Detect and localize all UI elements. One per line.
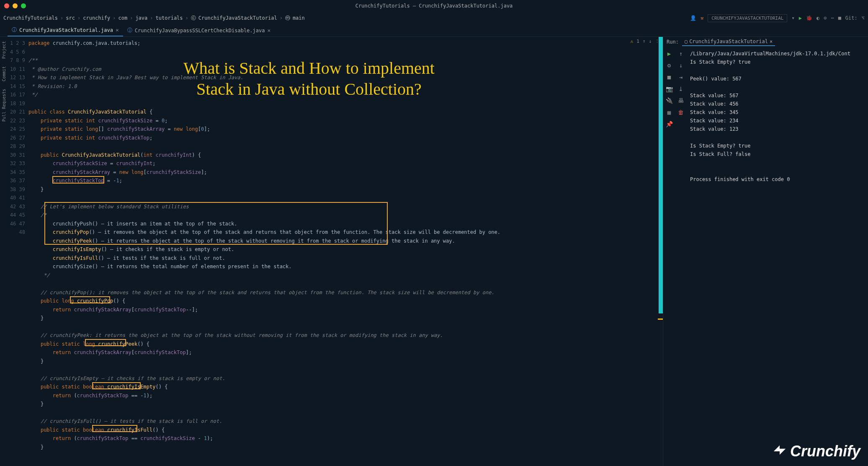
commit-tool[interactable]: Commit [2, 66, 6, 81]
scrollbar-warning-mark[interactable] [658, 318, 663, 320]
tab-label: CrunchifyJavaStackTutorial.java [19, 27, 113, 33]
class-icon: ⓒ [191, 15, 196, 22]
git-label: Git: [845, 15, 858, 21]
left-tool-rail: Project Commit Pull Requests [0, 37, 8, 466]
tab-ssl-bypass[interactable]: ⓙ CrunchifyJavaBypassSSLCertCheckDisable… [123, 25, 275, 36]
tab-label: CrunchifyJavaBypassSSLCertCheckDisable.j… [135, 28, 265, 34]
run-config-icon: ▢ [685, 39, 688, 44]
profile-button[interactable]: ⊙ [824, 15, 827, 21]
logo-text: Crunchify [790, 443, 860, 460]
git-branch-icon[interactable]: ⌥ [862, 15, 865, 21]
breadcrumb-item[interactable]: java [135, 15, 147, 21]
layout-icon[interactable]: ▦ [667, 109, 671, 116]
overlay-title: What is Stack and How to implement Stack… [183, 58, 435, 100]
stop-run-button[interactable]: ■ [667, 74, 671, 80]
minimize-window-button[interactable] [13, 3, 18, 8]
run-panel-header: Run: ▢ CrunchifyJavaStackTutorial × [663, 37, 868, 47]
maximize-window-button[interactable] [21, 3, 26, 8]
run-button[interactable]: ▶ [799, 15, 802, 21]
breadcrumb-item[interactable]: tutorials [156, 15, 183, 21]
run-tab-label: CrunchifyJavaStackTutorial [689, 39, 768, 44]
java-file-icon: ⓙ [12, 26, 17, 34]
up-stack-icon[interactable]: ↑ [679, 50, 683, 57]
run-tab[interactable]: ▢ CrunchifyJavaStackTutorial × [682, 38, 775, 46]
down-stack-icon[interactable]: ↓ [679, 62, 683, 69]
logo-icon [772, 443, 788, 459]
breadcrumb-item[interactable]: crunchify [83, 15, 110, 21]
warning-count: 1 [636, 39, 639, 44]
crunchify-logo: Crunchify [772, 443, 860, 460]
window-title: CrunchifyTutorials – CrunchifyJavaStackT… [355, 3, 513, 9]
exit-icon[interactable]: 🔌 [666, 97, 673, 104]
editor-tabs: ⓙ CrunchifyJavaStackTutorial.java × ⓙ Cr… [0, 24, 868, 37]
line-gutter: 1 2 3 4 5 6 7 8 9 10 11 12 13 14 15 16 1… [8, 37, 28, 466]
window-controls [4, 3, 26, 8]
toolbar-row: CrunchifyTutorials› src› crunchify› com›… [0, 12, 868, 24]
tab-crunchify-stack[interactable]: ⓙ CrunchifyJavaStackTutorial.java × [8, 24, 123, 36]
console-actions-rail: ↑ ↓ ⇥ ⤓ 🖶 🗑 [675, 47, 687, 466]
build-icon[interactable]: ⚒ [701, 15, 703, 21]
warning-icon: ⚠ [631, 39, 634, 44]
run-config-dropdown[interactable]: CRUNCHIFYJAVASTACKTUTORIAL [708, 14, 787, 22]
user-icon[interactable]: 👤 [690, 15, 696, 21]
clear-icon[interactable]: 🗑 [678, 109, 684, 116]
editor[interactable]: 1 2 3 4 5 6 7 8 9 10 11 12 13 14 15 16 1… [8, 37, 663, 466]
run-body: ▶ ⚙ ■ 📷 🔌 ▦ 📌 ↑ ↓ ⇥ ⤓ 🖶 🗑 /Library/Java/… [663, 47, 868, 466]
method-icon: ⓜ [285, 15, 290, 22]
java-file-icon: ⓙ [127, 27, 132, 34]
console-output[interactable]: /Library/Java/JavaVirtualMachines/jdk-17… [687, 47, 868, 466]
breadcrumb-item[interactable]: src [66, 15, 75, 21]
dump-threads-icon[interactable]: 📷 [666, 85, 673, 92]
next-highlight-icon[interactable]: ↓ [649, 39, 652, 44]
run-actions-rail: ▶ ⚙ ■ 📷 🔌 ▦ 📌 [663, 47, 675, 466]
run-panel: Run: ▢ CrunchifyJavaStackTutorial × ▶ ⚙ … [663, 37, 868, 466]
scroll-end-icon[interactable]: ⤓ [678, 85, 683, 92]
editor-inspection-widget[interactable]: ⚠ 1 ↑ ↓ ⋮ [631, 39, 660, 44]
dropdown-arrow-icon[interactable]: ▾ [791, 15, 794, 21]
close-window-button[interactable] [4, 3, 9, 8]
main-area: Project Commit Pull Requests 1 2 3 4 5 6… [0, 37, 868, 466]
breadcrumbs: CrunchifyTutorials› src› crunchify› com›… [3, 15, 305, 22]
right-toolbar: 👤 ⚒ CRUNCHIFYJAVASTACKTUTORIAL ▾ ▶ 🐞 ◐ ⊙… [690, 14, 865, 22]
rerun-button[interactable]: ▶ [667, 50, 671, 57]
pull-requests-tool[interactable]: Pull Requests [2, 89, 6, 122]
code-area[interactable]: package crunchify.com.java.tutorials; /*… [28, 37, 663, 466]
run-label: Run: [667, 39, 679, 45]
coverage-button[interactable]: ◐ [816, 15, 819, 21]
titlebar: CrunchifyTutorials – CrunchifyJavaStackT… [0, 0, 868, 12]
soft-wrap-icon[interactable]: ⇥ [679, 74, 683, 80]
breadcrumb-item[interactable]: com [118, 15, 127, 21]
close-tab-icon[interactable]: × [116, 27, 119, 33]
more-button[interactable]: ⋯ [831, 15, 834, 21]
prev-highlight-icon[interactable]: ↑ [643, 39, 646, 44]
breadcrumb-item[interactable]: CrunchifyTutorials [3, 15, 58, 21]
scrollbar-marker-strip[interactable] [659, 37, 663, 313]
breadcrumb-item[interactable]: CrunchifyJavaStackTutorial [198, 15, 277, 21]
close-tab-icon[interactable]: × [267, 27, 270, 34]
run-settings-icon[interactable]: ⚙ [667, 62, 671, 69]
stop-button[interactable]: ■ [838, 15, 841, 21]
print-icon[interactable]: 🖶 [678, 97, 684, 104]
pin-icon[interactable]: 📌 [666, 121, 673, 127]
project-tool[interactable]: Project [2, 41, 6, 59]
breadcrumb-item[interactable]: main [293, 15, 305, 21]
debug-button[interactable]: 🐞 [806, 15, 812, 21]
close-run-tab-icon[interactable]: × [770, 39, 773, 44]
